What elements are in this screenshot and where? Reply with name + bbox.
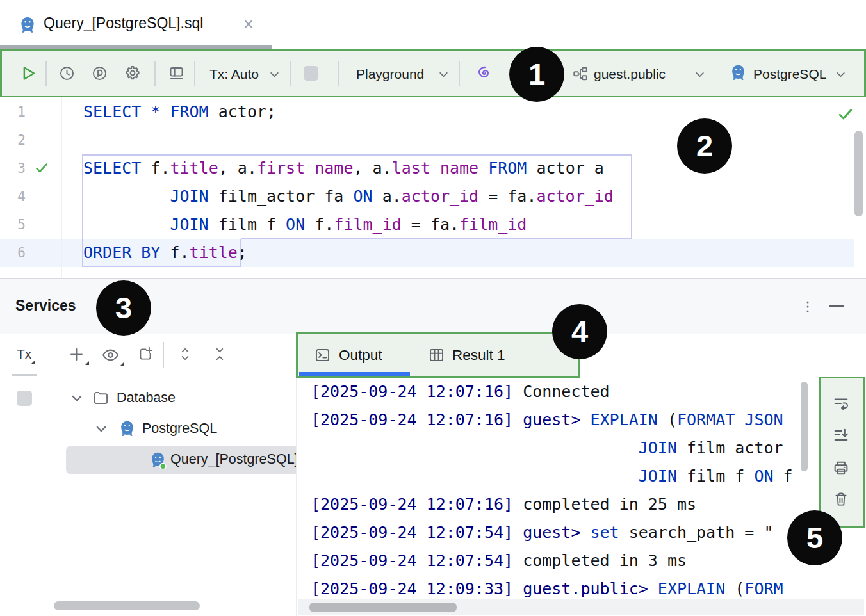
tx-button-underline xyxy=(12,374,37,376)
tab-result-label: Result 1 xyxy=(452,347,505,364)
print-icon[interactable] xyxy=(832,459,850,477)
statement-executed-check-icon xyxy=(33,159,50,176)
tree-item-datasource[interactable]: PostgreSQL xyxy=(0,414,296,444)
code-line[interactable]: ORDER BY f.title; xyxy=(83,239,614,267)
tree-horizontal-scrollbar[interactable] xyxy=(54,601,200,610)
tx-mode-selector[interactable]: Tx: Auto xyxy=(209,65,259,83)
eye-icon xyxy=(101,346,120,364)
line-number: 4 xyxy=(0,182,26,211)
chevron-down-icon[interactable] xyxy=(835,69,846,80)
chevron-down-icon[interactable] xyxy=(269,69,280,80)
chevron-down-icon[interactable] xyxy=(95,423,108,435)
tree-item-database[interactable]: Database xyxy=(0,383,296,414)
more-options-kebab-icon[interactable] xyxy=(799,298,816,315)
settings-gear-icon[interactable] xyxy=(124,64,142,82)
file-tab[interactable]: Query_[PostgreSQL].sql × xyxy=(13,0,269,49)
chevron-down-icon[interactable] xyxy=(438,69,449,80)
postgresql-file-icon xyxy=(18,15,37,35)
code-line[interactable]: JOIN film f ON f.film_id = fa.film_id xyxy=(83,211,614,239)
tree-item-query-file-selected[interactable]: Query_[PostgreSQL].sql xyxy=(66,446,296,474)
editor-code[interactable]: SELECT * FROM actor;SELECT f.title, a.fi… xyxy=(83,98,614,267)
editor-tab-bar: Query_[PostgreSQL].sql × xyxy=(0,0,866,49)
tree-item-label[interactable]: Database xyxy=(117,390,176,406)
run-toolbar: Tx: Auto Playground guest.public Postgre… xyxy=(0,49,866,98)
console-vertical-scrollbar[interactable] xyxy=(801,382,808,471)
toolbar-separator xyxy=(290,61,291,86)
output-tabs-highlight: Output Result 1 xyxy=(296,332,580,378)
console-line[interactable]: [2025-09-24 12:07:16] guest> EXPLAIN (FO… xyxy=(311,406,866,434)
active-tab-underline xyxy=(299,372,410,376)
schema-selector[interactable]: guest.public xyxy=(594,65,666,83)
console-output[interactable]: [2025-09-24 12:07:16] Connected[2025-09-… xyxy=(296,378,866,603)
postgresql-icon xyxy=(729,63,748,82)
code-line[interactable]: SELECT * FROM actor; xyxy=(83,98,614,126)
line-number: 1 xyxy=(0,98,26,126)
scroll-to-end-icon[interactable] xyxy=(832,426,850,444)
ai-assistant-icon[interactable] xyxy=(475,64,493,82)
toolbar-separator xyxy=(194,61,195,86)
line-number: 3 xyxy=(0,154,26,182)
parameters-icon[interactable] xyxy=(91,65,108,82)
plus-icon xyxy=(68,346,85,363)
add-datasource-button[interactable] xyxy=(68,346,85,363)
console-horizontal-scrollbar[interactable] xyxy=(309,603,457,612)
tree-item-label[interactable]: Query_[PostgreSQL].sql xyxy=(170,451,296,467)
toolbar-separator xyxy=(45,61,47,86)
line-number: 2 xyxy=(0,126,26,154)
ide-window: Query_[PostgreSQL].sql × Tx: Auto Playgr… xyxy=(0,0,866,616)
chevron-down-icon[interactable] xyxy=(70,392,83,405)
history-clock-icon[interactable] xyxy=(58,65,76,82)
minimize-icon[interactable] xyxy=(829,305,844,307)
collapse-all-icon[interactable] xyxy=(211,346,228,362)
postgresql-file-running-icon xyxy=(149,451,167,469)
console-line[interactable]: [2025-09-24 12:07:16] completed in 25 ms xyxy=(311,490,866,519)
run-icon[interactable] xyxy=(19,64,38,83)
console-line[interactable]: [2025-09-24 12:07:16] Connected xyxy=(311,378,866,406)
soft-wrap-icon[interactable] xyxy=(832,394,850,412)
close-tab-icon[interactable]: × xyxy=(243,15,254,35)
gutter-divider xyxy=(61,97,62,279)
table-grid-icon xyxy=(428,346,445,364)
file-tab-title: Query_[PostgreSQL].sql xyxy=(44,15,203,32)
toolbar-separator xyxy=(459,61,460,86)
console-line[interactable]: [2025-09-24 12:07:54] completed in 3 ms xyxy=(311,547,866,575)
console-line[interactable]: JOIN film f ON f xyxy=(311,462,866,490)
services-toolbar: Tx xyxy=(0,334,296,378)
terminal-icon xyxy=(314,346,331,364)
tab-output[interactable]: Output xyxy=(298,334,412,376)
console-line[interactable]: [2025-09-24 12:07:54] guest> set search_… xyxy=(311,519,866,547)
toolbar-separator xyxy=(163,342,164,368)
tab-output-label: Output xyxy=(339,347,382,364)
code-line[interactable]: SELECT f.title, a.first_name, a.last_nam… xyxy=(83,154,614,182)
tx-mode-button[interactable]: Tx xyxy=(17,346,31,362)
console-line[interactable]: JOIN film_actor xyxy=(311,434,866,462)
expand-all-icon[interactable] xyxy=(177,346,193,362)
services-tree: Database PostgreSQL Query_[PostgreSQL].s… xyxy=(0,378,296,616)
tree-item-label[interactable]: PostgreSQL xyxy=(142,421,217,437)
postgresql-icon xyxy=(118,419,136,438)
stop-button xyxy=(304,66,318,81)
line-number: 6 xyxy=(0,239,26,267)
toolbar-separator xyxy=(154,61,156,86)
code-line[interactable]: JOIN film_actor fa ON a.actor_id = fa.ac… xyxy=(83,182,614,211)
datasource-selector[interactable]: PostgreSQL xyxy=(753,65,826,83)
editor-vertical-scrollbar[interactable] xyxy=(854,131,863,216)
tab-result[interactable]: Result 1 xyxy=(426,334,541,376)
callout-2: 2 xyxy=(677,118,732,174)
code-line[interactable] xyxy=(83,126,614,154)
view-options-button[interactable] xyxy=(101,346,120,364)
clear-output-trash-icon[interactable] xyxy=(833,490,849,507)
console-selector[interactable]: Playground xyxy=(356,65,424,83)
callout-4: 4 xyxy=(552,304,607,359)
open-in-new-tab-icon[interactable] xyxy=(137,346,154,362)
editor-gutter: 123456 xyxy=(0,98,26,267)
chevron-down-icon[interactable] xyxy=(694,69,705,80)
services-panel-title: Services xyxy=(15,297,76,314)
inspections-ok-check-icon[interactable] xyxy=(836,104,855,124)
schema-icon xyxy=(572,65,589,82)
callout-1: 1 xyxy=(509,47,564,102)
in-editor-results-icon[interactable] xyxy=(168,65,185,82)
folder-icon xyxy=(92,389,110,407)
callout-5: 5 xyxy=(787,510,842,565)
line-number: 5 xyxy=(0,211,26,239)
